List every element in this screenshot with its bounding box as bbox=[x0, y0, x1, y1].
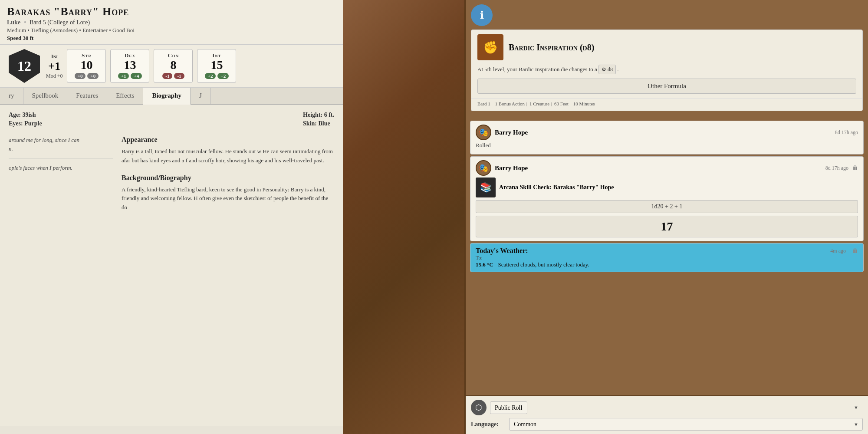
stats-row: 12 Ini +1 Mod +0 Str 10 +0 +0 Dex 13 +1 … bbox=[0, 45, 343, 88]
right-panel: ℹ ✊ Bardic Inspiration (d8) At 5th level… bbox=[464, 0, 868, 434]
appearance-text: Barry is a tall, toned but not muscular … bbox=[122, 147, 334, 165]
con-mods: -1 -1 bbox=[162, 73, 184, 79]
chat-message-2: 🎭 Barry Hope 8d 17h ago 🗑 📚 Arcana Skill… bbox=[470, 156, 864, 241]
ini-block: Ini +1 Mod +0 bbox=[46, 49, 62, 83]
dice-icon: ⬡ bbox=[471, 400, 487, 415]
avatar-2: 🎭 bbox=[476, 160, 491, 176]
chat-area[interactable]: 🎭 Barry Hope 8d 17h ago Rolled 🎭 Barry H… bbox=[466, 118, 868, 395]
bardic-title: Bardic Inspiration (d8) bbox=[509, 43, 594, 53]
chat-user-1: 🎭 Barry Hope bbox=[476, 125, 528, 140]
height-value: 6 ft. bbox=[324, 112, 334, 118]
username-2: Barry Hope bbox=[495, 164, 528, 172]
lang-label: Language: bbox=[471, 421, 506, 428]
dex-mod-1[interactable]: +1 bbox=[118, 73, 129, 79]
eyes-value: Purple bbox=[24, 120, 42, 127]
ini-label: Ini bbox=[51, 53, 58, 60]
tab-features[interactable]: Features bbox=[67, 88, 107, 104]
con-stat: Con 8 -1 -1 bbox=[154, 49, 193, 83]
ac-block: 12 bbox=[7, 49, 42, 83]
eyes-stat: Eyes: Purple bbox=[9, 120, 42, 127]
character-class: Bard 5 (College of Lore) bbox=[30, 19, 90, 26]
bio-divider-1 bbox=[9, 158, 113, 158]
roll-name-row: 📚 Arcana Skill Check: Barakas "Barry" Ho… bbox=[476, 178, 858, 197]
str-stat: Str 10 +0 +0 bbox=[67, 49, 106, 83]
int-mod-1[interactable]: +2 bbox=[205, 73, 216, 79]
skin-value: Blue bbox=[318, 120, 330, 127]
middle-panel bbox=[343, 0, 464, 434]
bardic-desc: At 5th level, your Bardic Inspiration di… bbox=[477, 66, 597, 72]
roll-select-wrapper[interactable]: Public Roll GM Roll Self Roll Blind Roll bbox=[490, 401, 863, 414]
dex-mods: +1 +4 bbox=[118, 73, 142, 79]
die-badge: ⚙ d8 bbox=[598, 65, 616, 74]
language-select[interactable]: Common Elvish Dwarvish Infernal Draconic bbox=[509, 418, 863, 431]
bardic-inspiration-card: ✊ Bardic Inspiration (d8) At 5th level, … bbox=[471, 30, 863, 111]
right-top: ℹ ✊ Bardic Inspiration (d8) At 5th level… bbox=[466, 0, 868, 118]
tab-biography[interactable]: Biography bbox=[143, 88, 191, 105]
character-details: Medium • Tiefling (Asmodeus) • Entertain… bbox=[7, 27, 336, 34]
height-stat: Height: 6 ft. bbox=[303, 112, 334, 118]
arcana-icon: 📚 bbox=[476, 178, 496, 197]
top-icon-row: ℹ bbox=[471, 4, 863, 26]
tab-j[interactable]: J bbox=[191, 88, 211, 104]
roll-formula: 1d20 + 2 + 1 bbox=[476, 200, 858, 213]
tag-range: 60 Feet bbox=[554, 101, 571, 106]
other-formula-button[interactable]: Other Formula bbox=[477, 79, 856, 94]
tag-bonus-action: 1 Bonus Action bbox=[495, 101, 527, 106]
card-header: ✊ Bardic Inspiration (d8) bbox=[471, 30, 862, 65]
int-mod-2[interactable]: +2 bbox=[217, 73, 229, 79]
str-mod-2[interactable]: +0 bbox=[87, 73, 99, 79]
player-name: Luke bbox=[7, 19, 20, 26]
str-value: 10 bbox=[80, 59, 92, 71]
background-title: Background/Biography bbox=[122, 174, 334, 182]
top-circle-icon[interactable]: ℹ bbox=[471, 4, 493, 26]
bio-left-text-1: around me for long, since I can bbox=[9, 136, 113, 145]
chat-message-1: 🎭 Barry Hope 8d 17h ago Rolled bbox=[470, 121, 864, 155]
str-mod-1[interactable]: +0 bbox=[75, 73, 86, 79]
bardic-icon: ✊ bbox=[477, 34, 503, 60]
ac-value: 12 bbox=[17, 58, 31, 74]
character-header: Barakas "Barry" Hope Luke • Bard 5 (Coll… bbox=[0, 0, 343, 45]
card-body: At 5th level, your Bardic Inspiration di… bbox=[471, 65, 862, 79]
con-mod-1[interactable]: -1 bbox=[162, 73, 172, 79]
tab-effects[interactable]: Effects bbox=[107, 88, 143, 104]
roll-row: ⬡ Public Roll GM Roll Self Roll Blind Ro… bbox=[471, 400, 863, 415]
con-mod-2[interactable]: -1 bbox=[174, 73, 184, 79]
delete-btn-weather[interactable]: 🗑 bbox=[852, 247, 858, 254]
tab-ry[interactable]: ry bbox=[0, 88, 23, 104]
int-mods: +2 +2 bbox=[205, 73, 229, 79]
rolled-label: Rolled bbox=[476, 142, 858, 149]
ini-value: +1 bbox=[48, 60, 60, 73]
dex-mod-2[interactable]: +4 bbox=[131, 73, 142, 79]
bio-stats-row: Age: 39ish Eyes: Purple Height: 6 ft. Sk… bbox=[9, 112, 334, 129]
appearance-title: Appearance bbox=[122, 136, 334, 144]
tag-bard1: Bard 1 bbox=[477, 101, 493, 106]
username-1: Barry Hope bbox=[495, 129, 528, 136]
bio-right-col: Appearance Barry is a tall, toned but no… bbox=[122, 136, 334, 212]
weather-to: To: bbox=[476, 255, 858, 261]
weather-title: Today's Weather: bbox=[476, 247, 528, 255]
lang-select-wrapper[interactable]: Common Elvish Dwarvish Infernal Draconic bbox=[509, 418, 863, 431]
tag-creature: 1 Creature bbox=[529, 101, 552, 106]
con-value: 8 bbox=[170, 59, 176, 71]
tab-spellbook[interactable]: Spellbook bbox=[23, 88, 68, 104]
roll-type-select[interactable]: Public Roll GM Roll Self Roll Blind Roll bbox=[490, 401, 527, 414]
weather-detail: 15.6 °C - Scattered clouds, but mostly c… bbox=[476, 261, 858, 268]
weather-message: Today's Weather: 4m ago 🗑 To: 15.6 °C - … bbox=[470, 243, 864, 272]
bottom-bar: ⬡ Public Roll GM Roll Self Roll Blind Ro… bbox=[466, 395, 868, 434]
chat-header-1: 🎭 Barry Hope 8d 17h ago bbox=[476, 125, 858, 140]
bio-content: Age: 39ish Eyes: Purple Height: 6 ft. Sk… bbox=[0, 105, 343, 426]
age-value: 39ish bbox=[23, 112, 36, 118]
int-value: 15 bbox=[210, 59, 223, 71]
bio-columns: around me for long, since I can n. ople'… bbox=[9, 136, 334, 212]
bio-left-col: around me for long, since I can n. ople'… bbox=[9, 136, 113, 212]
die-value: d8 bbox=[608, 66, 613, 73]
weather-time: 4m ago bbox=[830, 248, 846, 254]
skin-stat: Skin: Blue bbox=[303, 120, 334, 127]
str-mods: +0 +0 bbox=[75, 73, 99, 79]
bio-left-text-3: ople's faces when I perform. bbox=[9, 164, 113, 172]
avatar-1: 🎭 bbox=[476, 125, 491, 140]
tag-duration: 10 Minutes bbox=[573, 101, 595, 106]
dex-value: 13 bbox=[124, 59, 136, 71]
card-tags: Bard 1 1 Bonus Action 1 Creature 60 Feet… bbox=[471, 98, 862, 111]
delete-btn-2[interactable]: 🗑 bbox=[852, 164, 858, 171]
